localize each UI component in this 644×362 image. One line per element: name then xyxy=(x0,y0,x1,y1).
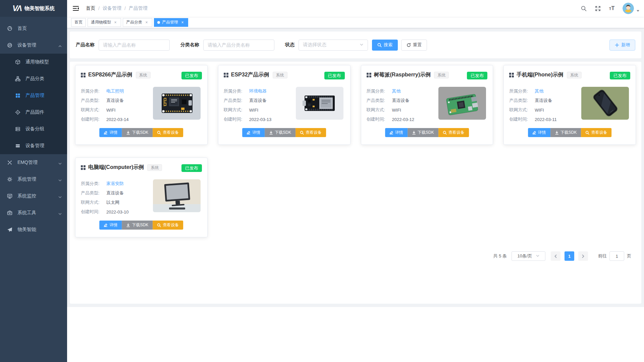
product-image-phone xyxy=(581,87,629,120)
pagination-total: 共 5 条 xyxy=(493,253,507,259)
product-name-input[interactable] xyxy=(99,40,170,51)
category-link[interactable]: 电工照明 xyxy=(106,88,124,94)
sidebar-item-home[interactable]: 首页 xyxy=(0,20,67,37)
view-devices-button[interactable]: 查看设备 xyxy=(438,128,469,137)
sidebar-item-system-management[interactable]: 系统管理 xyxy=(0,171,67,188)
category-name-label: 分类名称 xyxy=(180,42,199,48)
breadcrumb-product-management: 产品管理 xyxy=(129,5,148,11)
product-card-esp32: ESP32产品示例 系统 已发布 所属分类:环境电器 产品类型:直连设备 联网方… xyxy=(218,65,351,145)
search-icon xyxy=(443,131,447,135)
tab-product-category[interactable]: 产品分类 × xyxy=(123,18,152,27)
product-image-computer xyxy=(153,179,201,212)
system-tag: 系统 xyxy=(567,72,582,78)
field-label: 联网方式: xyxy=(224,107,249,113)
product-image-raspberry xyxy=(438,87,486,120)
tab-label: 产品分类 xyxy=(126,19,142,25)
sidebar-item-wumei-smart[interactable]: 物美智能 xyxy=(0,221,67,238)
tab-product-management[interactable]: 产品管理 × xyxy=(154,18,188,27)
product-name: ESP8266产品示例 xyxy=(88,71,132,78)
close-icon[interactable]: × xyxy=(144,20,149,25)
add-button[interactable]: 新增 xyxy=(609,40,635,51)
field-label: 所属分类: xyxy=(81,88,106,94)
main-content: 产品名称 分类名称 状态 请选择状态 搜索 重置 新增 xyxy=(67,28,644,307)
close-icon[interactable]: × xyxy=(113,20,118,25)
edit-icon xyxy=(389,131,393,135)
field-value: WIFI xyxy=(106,108,115,113)
reset-button[interactable]: 重置 xyxy=(401,40,427,51)
app-logo[interactable]: VΛ 物美智能系统 xyxy=(0,0,67,17)
category-link[interactable]: 其他 xyxy=(392,88,401,94)
search-button[interactable]: 搜索 xyxy=(372,40,398,51)
field-value: 直连设备 xyxy=(106,98,124,104)
product-card-computer: 电脑端(Computer)示例 系统 已发布 所属分类:家居安防 产品类型:直连… xyxy=(75,158,208,237)
product-name: ESP32产品示例 xyxy=(231,71,269,78)
prev-page-button[interactable] xyxy=(551,251,560,261)
sidebar-fold-icon[interactable] xyxy=(72,4,80,12)
category-link[interactable]: 家居安防 xyxy=(106,181,124,187)
view-devices-button[interactable]: 查看设备 xyxy=(581,128,611,137)
tab-thing-model[interactable]: 通用物模型 × xyxy=(88,18,121,27)
download-sdk-button[interactable]: 下载SDK xyxy=(550,128,581,137)
sidebar-item-product-category[interactable]: 产品分类 xyxy=(0,70,67,87)
view-devices-button[interactable]: 查看设备 xyxy=(153,128,183,137)
detail-button[interactable]: 详情 xyxy=(100,221,122,230)
sidebar-item-system-monitor[interactable]: 系统监控 xyxy=(0,188,67,204)
font-size-icon[interactable]: TT xyxy=(606,0,618,17)
sidebar: VΛ 物美智能系统 首页 设备管理 通用物模型 xyxy=(0,0,67,362)
detail-button[interactable]: 详情 xyxy=(528,128,550,137)
sidebar-item-thing-model[interactable]: 通用物模型 xyxy=(0,54,67,70)
page-number-1[interactable]: 1 xyxy=(565,251,574,261)
detail-button[interactable]: 详情 xyxy=(100,128,122,137)
status-select[interactable]: 请选择状态 xyxy=(299,40,368,51)
field-label: 所属分类: xyxy=(81,181,106,187)
system-tag: 系统 xyxy=(273,72,287,78)
tab-home[interactable]: 首页 xyxy=(71,18,86,27)
close-icon[interactable]: × xyxy=(180,20,185,25)
user-menu[interactable] xyxy=(623,3,639,14)
search-icon xyxy=(157,223,161,227)
sidebar-item-emq-management[interactable]: EMQ管理 xyxy=(0,154,67,171)
firmware-icon xyxy=(15,109,21,115)
sidebar-item-device-management[interactable]: 设备管理 xyxy=(0,37,67,54)
view-devices-button[interactable]: 查看设备 xyxy=(153,221,183,230)
status-badge: 已发布 xyxy=(181,164,202,172)
download-sdk-button[interactable]: 下载SDK xyxy=(265,128,296,137)
sidebar-item-system-tools[interactable]: 系统工具 xyxy=(0,204,67,221)
view-devices-label: 查看设备 xyxy=(163,130,179,135)
chevron-down-icon xyxy=(58,194,62,198)
view-devices-button[interactable]: 查看设备 xyxy=(296,128,326,137)
detail-button[interactable]: 详情 xyxy=(385,128,408,137)
fullscreen-icon[interactable] xyxy=(592,0,604,17)
system-tag: 系统 xyxy=(136,72,151,78)
field-label: 创建时间: xyxy=(81,116,106,122)
sidebar-item-label: 系统监控 xyxy=(17,193,36,199)
download-sdk-button[interactable]: 下载SDK xyxy=(122,128,153,137)
field-value: 2022-03-13 xyxy=(249,117,272,122)
system-tag: 系统 xyxy=(434,72,449,78)
status-badge: 已发布 xyxy=(467,72,487,79)
product-grid-icon xyxy=(509,73,514,77)
product-name: 手机端(Phone)示例 xyxy=(517,71,564,78)
category-link[interactable]: 其他 xyxy=(535,88,543,94)
category-link[interactable]: 环境电器 xyxy=(249,88,267,94)
page-size-select[interactable]: 10条/页 xyxy=(512,251,545,261)
search-icon[interactable] xyxy=(578,0,590,17)
category-name-input[interactable] xyxy=(203,40,274,51)
goto-page-input[interactable] xyxy=(609,251,624,261)
download-sdk-button[interactable]: 下载SDK xyxy=(122,221,153,230)
system-tag: 系统 xyxy=(147,164,162,171)
field-value: 2022-03-14 xyxy=(106,117,129,122)
chevron-down-icon xyxy=(360,42,364,48)
detail-button[interactable]: 详情 xyxy=(242,128,265,137)
breadcrumb-home[interactable]: 首页 xyxy=(86,5,95,11)
sidebar-item-device-group[interactable]: 设备分组 xyxy=(0,121,67,137)
sidebar-item-device-list[interactable]: 设备管理 xyxy=(0,137,67,154)
monitor-icon xyxy=(7,193,13,199)
product-name-label: 产品名称 xyxy=(76,42,95,48)
navbar-actions: TT xyxy=(578,0,639,17)
sidebar-item-product-firmware[interactable]: 产品固件 xyxy=(0,104,67,121)
next-page-button[interactable] xyxy=(578,251,588,261)
sidebar-item-product-management[interactable]: 产品管理 xyxy=(0,87,67,104)
download-sdk-button[interactable]: 下载SDK xyxy=(408,128,438,137)
tags-view-bar: 首页 通用物模型 × 产品分类 × 产品管理 × xyxy=(67,17,644,28)
